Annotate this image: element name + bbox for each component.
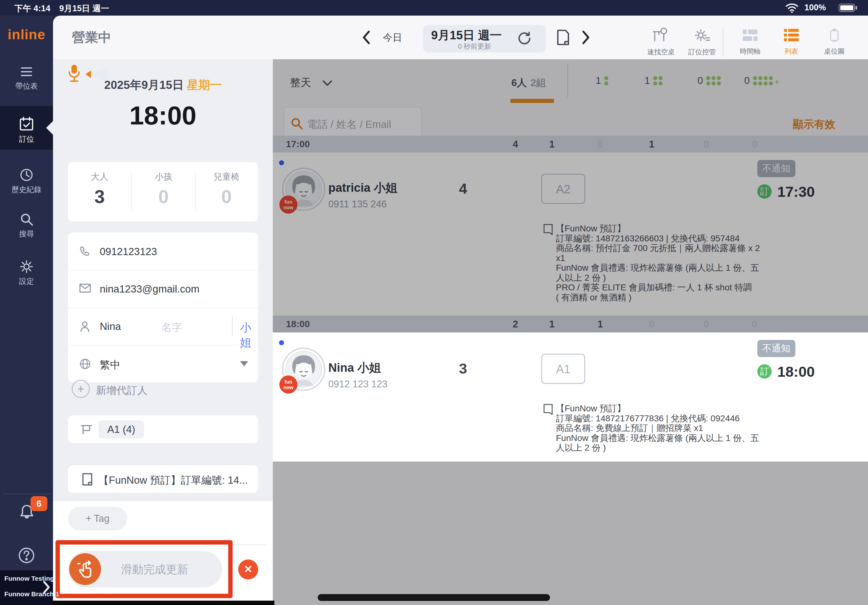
rows-icon: [19, 64, 34, 79]
phone-value: 0912123123: [100, 246, 157, 258]
note-preview: 【FunNow 預訂】訂單編號: 14...: [99, 473, 248, 487]
sidebar-item-label: 搜尋: [0, 229, 53, 239]
party-value: 3: [68, 186, 131, 207]
table-assignment-chip[interactable]: A1 (4): [99, 420, 144, 439]
mail-icon: [79, 283, 91, 293]
email-value: nina1233@gmail.com: [100, 283, 200, 295]
party-size-card[interactable]: 大人 3 小孩 0 兒童椅 0: [68, 162, 258, 222]
language-select[interactable]: 繁中: [68, 345, 258, 382]
booking-gear-icon: [693, 28, 711, 43]
note-row[interactable]: 【FunNow 預訂】訂單編號: 14...: [68, 465, 258, 493]
battery-percent: 100%: [804, 3, 826, 12]
find-table-icon: [652, 28, 670, 43]
booking-time[interactable]: 18:00: [53, 101, 273, 131]
last-updated: 0 秒前更新: [423, 42, 526, 51]
party-value: 0: [132, 186, 195, 207]
name-field[interactable]: Nina 名字 小姐: [68, 307, 258, 345]
action-label: 列表: [773, 47, 810, 56]
next-day-button[interactable]: [581, 30, 591, 45]
floor-map-button[interactable]: 桌位圖: [815, 28, 853, 56]
add-booker-button[interactable]: 新增代訂人: [96, 383, 147, 398]
highchair-stepper[interactable]: 兒童椅 0: [195, 162, 258, 207]
list-icon: [783, 28, 800, 43]
reservation-note: 【FunNow 預訂】 訂單編號: 14872176777836 | 兌換代碼:…: [556, 403, 762, 453]
party-label: 小孩: [132, 171, 195, 183]
children-stepper[interactable]: 小孩 0: [132, 162, 195, 207]
notification-badge: 6: [31, 496, 47, 511]
chair-icon: [80, 423, 93, 436]
action-label: 桌位圖: [815, 47, 853, 56]
timeline-view-button[interactable]: 時間軸: [732, 28, 769, 56]
language-value: 繁中: [100, 358, 120, 372]
party-label: 兒童椅: [195, 171, 258, 183]
calendar-check-icon: [19, 116, 35, 132]
booking-date[interactable]: 2025年9月15日 星期一: [53, 78, 273, 93]
globe-icon: [79, 358, 91, 370]
date-picker[interactable]: 9月15日 週一 0 秒前更新: [423, 25, 546, 53]
sidebar-item-seating-chart[interactable]: 帶位表: [0, 64, 53, 91]
question-icon: [17, 546, 36, 565]
tutorial-highlight-box: [56, 540, 232, 598]
gear-icon: [19, 259, 34, 275]
sidebar-item-label: 帶位表: [0, 81, 53, 91]
action-label: 訂位控管: [684, 47, 721, 57]
today-button[interactable]: 今日: [383, 31, 402, 44]
add-tag-button[interactable]: + Tag: [68, 507, 127, 531]
booked-status-badge: 訂: [757, 364, 772, 379]
timeline-icon: [741, 28, 759, 43]
venue-switcher[interactable]: Funnow Testing Funnow Branch 1: [0, 570, 53, 605]
email-field[interactable]: nina1233@gmail.com: [68, 270, 258, 307]
status-date: 9月15日 週一: [59, 3, 109, 14]
sidebar-item-label: 歷史紀錄: [0, 185, 53, 195]
reservation-list: 整天 6人2組 1 1 0 0 + 電話 / 姓名 / Email 顯示有: [273, 59, 868, 605]
list-view-button[interactable]: 列表: [773, 28, 810, 56]
sidebar-item-label: 設定: [0, 276, 53, 286]
sidebar-item-settings[interactable]: 設定: [0, 259, 53, 286]
horizontal-scrollbar[interactable]: [318, 594, 550, 601]
chevron-down-icon: [240, 361, 248, 366]
reservation-time: 18:00: [777, 363, 815, 380]
party-size: 3: [447, 360, 479, 377]
table-chip[interactable]: A1: [541, 354, 585, 384]
note-page-icon[interactable]: [556, 29, 570, 45]
person-icon: [79, 321, 90, 332]
sidebar-item-search[interactable]: 搜尋: [0, 211, 53, 239]
inline-logo: inline: [0, 27, 53, 42]
chevron-right-icon: [42, 580, 51, 594]
booking-control-button[interactable]: 訂位控管: [684, 28, 721, 57]
app-screen: inline 帶位表 訂位 歷史紀錄 搜尋 設定 6: [0, 0, 868, 605]
booking-weekday: 星期一: [187, 79, 222, 92]
reservation-card-nina[interactable]: funnow Nina 小姐 0912 123 123 3 A1 不通知 訂 1…: [273, 332, 868, 462]
unread-dot: [279, 340, 284, 345]
sidebar-item-reservations[interactable]: 訂位: [0, 116, 53, 144]
header-divider: [723, 29, 723, 56]
party-value: 0: [195, 186, 258, 207]
battery-tip: [856, 6, 857, 10]
assigned-table-card[interactable]: A1 (4): [68, 416, 258, 443]
note-icon: [543, 403, 553, 416]
sidebar-item-history[interactable]: 歷史紀錄: [0, 167, 53, 195]
prev-day-button[interactable]: [361, 30, 372, 45]
party-label: 大人: [68, 171, 131, 183]
status-time: 下午 4:14: [14, 3, 51, 14]
no-notify-badge: 不通知: [757, 340, 795, 357]
find-table-button[interactable]: 速找空桌: [642, 28, 680, 57]
help-button[interactable]: [17, 546, 36, 566]
current-date: 9月15日 週一: [431, 28, 502, 43]
search-icon: [19, 211, 34, 227]
action-label: 時間軸: [732, 47, 769, 56]
open-status-label: 營業中: [72, 29, 111, 46]
first-name-placeholder: 名字: [161, 321, 182, 335]
funnow-brand-badge: funnow: [279, 375, 298, 394]
floor-map-icon: [826, 28, 842, 43]
plus-circle-icon[interactable]: +: [72, 380, 90, 398]
phone-field[interactable]: 0912123123: [68, 233, 258, 270]
last-name-value: Nina: [100, 321, 121, 332]
wifi-icon: [785, 3, 799, 13]
sidebar-divider: [3, 494, 51, 494]
booking-edit-panel: 2025年9月15日 星期一 18:00 大人 3 小孩 0 兒童椅 0 091…: [53, 59, 273, 605]
adults-stepper[interactable]: 大人 3: [68, 162, 131, 207]
contact-card: 0912123123 nina1233@gmail.com Nina 名字 小姐…: [68, 233, 258, 382]
close-button[interactable]: ✕: [238, 560, 258, 579]
clock-icon: [19, 167, 34, 183]
